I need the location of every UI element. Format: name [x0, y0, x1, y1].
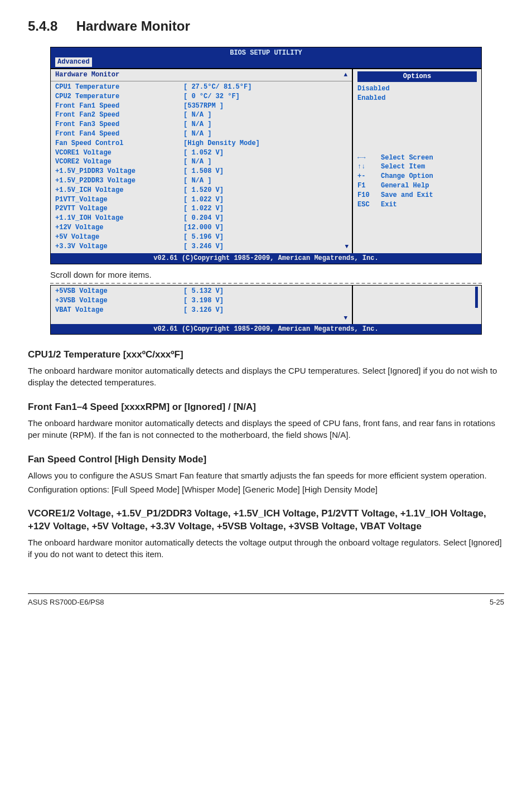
- tab-advanced[interactable]: Advanced: [55, 57, 92, 67]
- help-key: ←→: [357, 153, 381, 163]
- list-item[interactable]: +5VSB Voltage[ 5.132 V]: [55, 287, 347, 296]
- bios-window-2: +5VSB Voltage[ 5.132 V] +3VSB Voltage[ 3…: [50, 285, 482, 335]
- options-header: Options: [357, 71, 477, 82]
- paragraph: The onboard hardware monitor automatical…: [28, 365, 504, 388]
- bios-copyright: v02.61 (C)Copyright 1985-2009, American …: [51, 324, 481, 335]
- paragraph: Configuration options: [Full Speed Mode]…: [28, 484, 504, 495]
- separator: [50, 283, 482, 284]
- section-heading: 5.4.8 Hardware Monitor: [28, 17, 504, 36]
- list-item[interactable]: VCORE1 Voltage[ 1.052 V]: [55, 148, 347, 158]
- help-text: Change Option: [381, 172, 433, 181]
- list-item[interactable]: +12V Voltage[12.000 V]: [55, 223, 347, 233]
- list-item[interactable]: +1.5V_P2DDR3 Voltage[ N/A ]: [55, 176, 347, 186]
- list-item[interactable]: CPU1 Temperature[ 27.5°C/ 81.5°F]: [55, 83, 347, 92]
- help-text: General Help: [381, 181, 429, 191]
- section-number: 5.4.8: [28, 18, 57, 33]
- scroll-down-icon[interactable]: ▼: [345, 243, 349, 251]
- subheading: Fan Speed Control [High Density Mode]: [28, 453, 504, 466]
- help-key: ESC: [357, 200, 381, 210]
- list-item[interactable]: P1VTT_Voltage[ 1.022 V]: [55, 195, 347, 205]
- scrollbar-thumb[interactable]: [475, 287, 478, 308]
- help-text: Save and Exit: [381, 191, 433, 200]
- list-item[interactable]: VCORE2 Voltage[ N/A ]: [55, 157, 347, 167]
- list-item[interactable]: Front Fan1 Speed[5357RPM ]: [55, 102, 347, 111]
- bios-tabs: Advanced: [51, 57, 481, 68]
- option-enabled[interactable]: Enabled: [357, 94, 477, 103]
- paragraph: The onboard hardware monitor automatical…: [28, 417, 504, 441]
- help-text: Select Screen: [381, 153, 433, 163]
- list-item[interactable]: +5V Voltage[ 5.196 V]: [55, 233, 347, 242]
- list-item[interactable]: CPU2 Temperature[ 0 °C/ 32 °F]: [55, 92, 347, 102]
- subheading: VCORE1/2 Voltage, +1.5V_P1/2DDR3 Voltage…: [28, 508, 504, 533]
- bios-right-panel: Options Disabled Enabled ←→Select Screen…: [353, 69, 481, 253]
- scroll-note: Scroll down for more items.: [50, 269, 482, 281]
- help-text: Select Item: [381, 162, 425, 172]
- help-key: +-: [357, 172, 381, 181]
- scroll-up-icon[interactable]: ▲: [344, 71, 347, 79]
- paragraph: Allows you to configure the ASUS Smart F…: [28, 470, 504, 481]
- bios-rows: CPU1 Temperature[ 27.5°C/ 81.5°F] CPU2 T…: [51, 81, 352, 253]
- list-item[interactable]: VBAT Voltage[ 3.126 V]: [55, 306, 347, 315]
- list-item[interactable]: +3.3V Voltage[ 3.246 V]: [55, 242, 347, 252]
- scroll-down-icon[interactable]: ▼: [344, 314, 347, 322]
- page-footer: ASUS RS700D-E6/PS8 5-25: [28, 593, 504, 607]
- subheading: CPU1/2 Temperature [xxxºC/xxxºF]: [28, 348, 504, 361]
- list-item[interactable]: Front Fan3 Speed[ N/A ]: [55, 120, 347, 129]
- list-item[interactable]: P2VTT Voltage[ 1.022 V]: [55, 204, 347, 214]
- help-key: ↑↓: [357, 162, 381, 172]
- list-item[interactable]: Front Fan4 Speed[ N/A ]: [55, 129, 347, 139]
- help-key: F10: [357, 191, 381, 200]
- footer-product: ASUS RS700D-E6/PS8: [28, 597, 104, 607]
- footer-page: 5-25: [490, 597, 504, 607]
- bios-copyright: v02.61 (C)Copyright 1985-2009, American …: [51, 253, 481, 264]
- list-item[interactable]: +1.5V_ICH Voltage[ 1.520 V]: [55, 186, 347, 195]
- option-disabled[interactable]: Disabled: [357, 84, 477, 94]
- list-item[interactable]: Front Fan2 Speed[ N/A ]: [55, 110, 347, 120]
- bios-window: BIOS SETUP UTILITY Advanced Hardware Mon…: [50, 47, 482, 265]
- bios-title: BIOS SETUP UTILITY: [51, 47, 481, 58]
- subheading: Front Fan1–4 Speed [xxxxRPM] or [Ignored…: [28, 400, 504, 414]
- help-text: Exit: [381, 200, 397, 210]
- section-title: Hardware Monitor: [76, 18, 190, 33]
- help-panel: ←→Select Screen ↑↓Select Item +-Change O…: [357, 153, 477, 210]
- paragraph: The onboard hardware monitor automatical…: [28, 537, 504, 560]
- list-item[interactable]: +1.1V_IOH Voltage[ 0.204 V]: [55, 214, 347, 223]
- list-item[interactable]: +1.5V_P1DDR3 Voltage[ 1.508 V]: [55, 167, 347, 176]
- bios-left-panel: Hardware Monitor ▲ CPU1 Temperature[ 27.…: [51, 69, 353, 253]
- list-item[interactable]: +3VSB Voltage[ 3.198 V]: [55, 296, 347, 306]
- help-key: F1: [357, 181, 381, 191]
- panel-title: Hardware Monitor: [55, 70, 119, 80]
- list-item[interactable]: Fan Speed Control[High Density Mode]: [55, 139, 347, 148]
